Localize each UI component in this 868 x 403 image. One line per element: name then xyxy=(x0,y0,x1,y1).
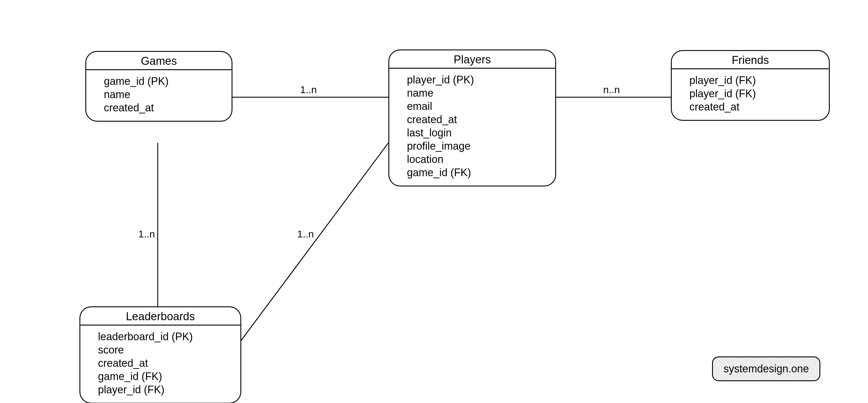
field: name xyxy=(104,88,226,101)
relation-players-leaderboards: 1..n xyxy=(297,228,314,240)
entity-leaderboards-fields: leaderboard_id (PK) score created_at gam… xyxy=(80,326,240,403)
watermark-badge: systemdesign.one xyxy=(712,356,820,381)
entity-games-title: Games xyxy=(86,52,231,69)
field: score xyxy=(98,343,235,356)
field: player_id (FK) xyxy=(98,383,235,396)
field: player_id (PK) xyxy=(407,73,549,86)
field: leaderboard_id (PK) xyxy=(98,330,235,343)
entity-friends-title: Friends xyxy=(672,51,829,68)
field: profile_image xyxy=(407,139,549,152)
entity-players: Players player_id (PK) name email create… xyxy=(389,50,556,186)
entity-friends: Friends player_id (FK) player_id (FK) cr… xyxy=(671,50,830,121)
field: game_id (FK) xyxy=(407,166,549,179)
field: player_id (FK) xyxy=(689,74,823,87)
relation-players-friends: n..n xyxy=(603,84,620,95)
field: location xyxy=(407,152,549,166)
field: player_id (FK) xyxy=(689,87,823,100)
field: last_login xyxy=(407,126,549,139)
entity-games-fields: game_id (PK) name created_at xyxy=(86,70,231,121)
field: email xyxy=(407,99,549,113)
relation-games-players: 1..n xyxy=(300,84,317,95)
field: game_id (FK) xyxy=(98,370,235,383)
field: created_at xyxy=(98,356,235,370)
entity-leaderboards: Leaderboards leaderboard_id (PK) score c… xyxy=(80,306,241,403)
field: created_at xyxy=(407,113,549,126)
relation-games-leaderboards: 1..n xyxy=(138,228,155,240)
entity-games: Games game_id (PK) name created_at xyxy=(85,51,232,122)
svg-line-3 xyxy=(237,143,389,346)
field: created_at xyxy=(104,101,226,114)
er-diagram-canvas: Games game_id (PK) name created_at Playe… xyxy=(0,0,868,403)
entity-friends-fields: player_id (FK) player_id (FK) created_at xyxy=(672,69,829,120)
field: name xyxy=(407,86,549,99)
entity-players-title: Players xyxy=(389,50,555,68)
field: game_id (PK) xyxy=(104,75,226,88)
field: created_at xyxy=(689,100,823,113)
entity-leaderboards-title: Leaderboards xyxy=(80,307,240,325)
entity-players-fields: player_id (PK) name email created_at las… xyxy=(389,69,555,185)
